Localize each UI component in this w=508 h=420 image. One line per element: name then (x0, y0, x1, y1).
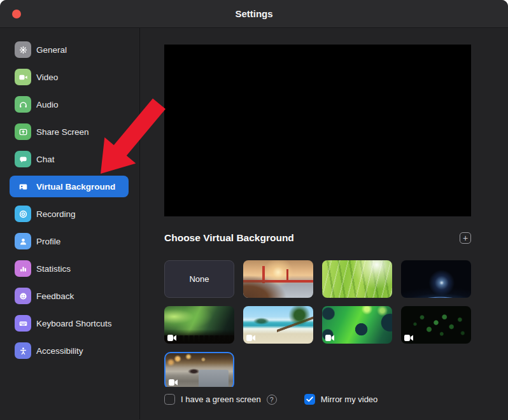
help-icon[interactable]: ? (267, 395, 277, 405)
green-screen-label: I have a green screen (181, 395, 261, 404)
sidebar-item-label: Recording (36, 209, 76, 219)
sidebar-item-video[interactable]: Video (10, 66, 129, 88)
video-badge-icon (404, 335, 413, 341)
background-tile[interactable] (322, 306, 392, 344)
background-tile-selected[interactable] (164, 352, 234, 387)
options-row: I have a green screen ? Mirror my video (164, 394, 471, 405)
sidebar-item-statistics[interactable]: Statistics (10, 258, 129, 279)
section-title: Choose Virtual Background (164, 232, 294, 244)
headphones-icon (15, 96, 31, 113)
sidebar-item-label: Chat (36, 155, 55, 164)
background-tile[interactable] (243, 306, 313, 344)
sidebar-item-recording[interactable]: Recording (10, 203, 129, 225)
sidebar-item-label: General (36, 45, 67, 55)
green-screen-option: I have a green screen ? (164, 394, 277, 405)
sidebar-item-label: Video (36, 73, 58, 82)
background-tile-none[interactable]: None (164, 260, 234, 298)
video-badge-icon (246, 335, 255, 341)
selected-tile-clip (164, 352, 234, 387)
screenshot: Settings General Video (0, 0, 508, 420)
titlebar: Settings (0, 0, 508, 28)
sidebar-item-chat[interactable]: Chat (10, 148, 129, 170)
video-badge-icon (169, 379, 178, 386)
sidebar-item-feedback[interactable]: Feedback (10, 285, 129, 307)
background-tile[interactable] (164, 306, 234, 344)
sidebar-item-label: Accessibility (36, 346, 83, 356)
video-preview (164, 45, 471, 216)
settings-sidebar: General Video Audio (0, 28, 140, 419)
sidebar-item-keyboard-shortcuts[interactable]: Keyboard Shortcuts (10, 312, 129, 334)
close-button[interactable] (12, 10, 21, 18)
mirror-video-checkbox[interactable] (304, 394, 315, 405)
bar-chart-icon (15, 260, 31, 277)
background-tile[interactable] (243, 260, 313, 298)
none-tile-label: None (189, 274, 209, 284)
window-title: Settings (235, 8, 272, 19)
sidebar-item-label: Profile (36, 237, 60, 246)
mirror-video-option: Mirror my video (304, 394, 378, 405)
chat-bubble-icon (15, 151, 31, 167)
settings-window: Settings General Video (0, 0, 508, 420)
add-background-button[interactable]: + (460, 232, 471, 244)
background-tile[interactable] (401, 306, 471, 344)
virtual-background-icon (15, 178, 31, 195)
sidebar-item-label: Keyboard Shortcuts (36, 319, 112, 328)
green-screen-checkbox[interactable] (164, 394, 175, 405)
sidebar-item-accessibility[interactable]: Accessibility (10, 340, 129, 361)
virtual-background-panel: Choose Virtual Background + None (140, 28, 508, 419)
video-badge-icon (325, 335, 334, 341)
mirror-video-label: Mirror my video (321, 395, 378, 404)
sidebar-item-general[interactable]: General (10, 39, 129, 60)
smiley-icon (15, 288, 31, 304)
video-badge-icon (167, 335, 176, 341)
gear-icon (15, 41, 31, 58)
sidebar-item-label: Statistics (36, 264, 71, 274)
record-icon (15, 206, 31, 222)
video-camera-icon (15, 69, 31, 85)
keyboard-icon (15, 315, 31, 332)
sidebar-item-audio[interactable]: Audio (10, 94, 129, 115)
sidebar-item-label: Audio (36, 100, 59, 109)
sidebar-item-label: Virtual Background (36, 182, 115, 192)
sidebar-item-label: Share Screen (36, 127, 89, 137)
sidebar-item-profile[interactable]: Profile (10, 230, 129, 252)
background-grid: None (164, 260, 471, 387)
background-tile[interactable] (322, 260, 392, 298)
share-screen-icon (15, 123, 31, 140)
sidebar-item-virtual-background[interactable]: Virtual Background (10, 176, 129, 197)
sidebar-item-label: Feedback (36, 291, 74, 301)
checkmark-icon (306, 396, 313, 402)
sidebar-item-share-screen[interactable]: Share Screen (10, 121, 129, 143)
profile-icon (15, 233, 31, 249)
background-tile[interactable] (401, 260, 471, 298)
accessibility-icon (15, 342, 31, 359)
